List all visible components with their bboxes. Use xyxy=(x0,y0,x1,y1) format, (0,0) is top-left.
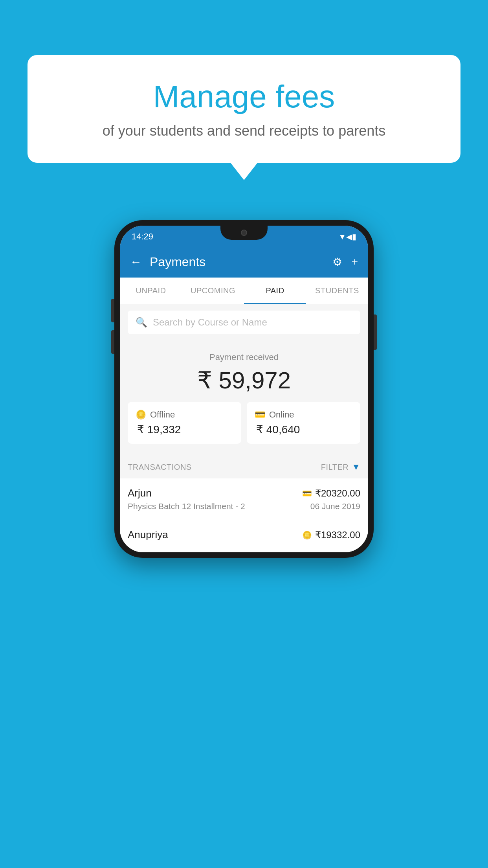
online-label: Online xyxy=(269,410,294,420)
offline-label: Offline xyxy=(150,410,175,420)
transaction-amount-container-2: 🪙 ₹19332.00 xyxy=(302,530,360,541)
offline-card: 🪙 Offline ₹ 19,332 xyxy=(128,402,241,444)
search-container: 🔍 Search by Course or Name xyxy=(120,304,368,340)
tab-paid[interactable]: PAID xyxy=(244,278,306,304)
transaction-name-2: Anupriya xyxy=(128,529,168,541)
bubble-title: Manage fees xyxy=(59,79,429,115)
offline-amount: ₹ 19,332 xyxy=(136,423,181,436)
online-card-header: 💳 Online xyxy=(255,410,294,420)
tab-unpaid[interactable]: UNPAID xyxy=(120,278,182,304)
power-button xyxy=(374,314,377,350)
transaction-amount-2: ₹19332.00 xyxy=(315,530,360,541)
search-icon: 🔍 xyxy=(136,317,147,328)
tabs-container: UNPAID UPCOMING PAID STUDENTS xyxy=(120,278,368,304)
volume-button-1 xyxy=(111,299,114,322)
transaction-course-1: Physics Batch 12 Installment - 2 xyxy=(128,502,245,511)
camera xyxy=(241,230,247,236)
filter-label: FILTER xyxy=(321,463,349,472)
header-title: Payments xyxy=(150,255,205,269)
transaction-top-1: Arjun 💳 ₹20320.00 xyxy=(128,487,360,499)
speech-bubble: Manage fees of your students and send re… xyxy=(28,55,460,163)
online-amount: ₹ 40,640 xyxy=(255,423,300,436)
back-button[interactable]: ← xyxy=(130,255,142,268)
payment-cards: 🪙 Offline ₹ 19,332 💳 Online ₹ 40,640 xyxy=(128,402,360,444)
bubble-subtitle: of your students and send receipts to pa… xyxy=(59,123,429,139)
tab-students[interactable]: STUDENTS xyxy=(306,278,368,304)
payment-received-section: Payment received ₹ 59,972 🪙 Offline ₹ 19… xyxy=(120,340,368,456)
transaction-top-2: Anupriya 🪙 ₹19332.00 xyxy=(128,529,360,541)
offline-icon: 🪙 xyxy=(136,410,146,420)
settings-icon[interactable]: ⚙ xyxy=(332,256,342,268)
transaction-amount-1: ₹20320.00 xyxy=(315,488,360,499)
payment-label: Payment received xyxy=(128,352,360,362)
status-time: 14:29 xyxy=(132,232,153,242)
status-icons: ▼◀▮ xyxy=(338,232,356,241)
search-bar[interactable]: 🔍 Search by Course or Name xyxy=(128,311,360,334)
tab-upcoming[interactable]: UPCOMING xyxy=(182,278,244,304)
wifi-icon: ▼◀▮ xyxy=(338,232,356,241)
phone-outer: 14:29 ▼◀▮ ← Payments ⚙ + UNPAID UPCO xyxy=(114,220,374,558)
volume-button-2 xyxy=(111,330,114,354)
filter-icon: ▼ xyxy=(352,462,360,472)
filter-container[interactable]: FILTER ▼ xyxy=(321,462,360,472)
phone-mockup: 14:29 ▼◀▮ ← Payments ⚙ + UNPAID UPCO xyxy=(114,220,374,558)
transaction-row[interactable]: Arjun 💳 ₹20320.00 Physics Batch 12 Insta… xyxy=(120,478,368,520)
speech-bubble-container: Manage fees of your students and send re… xyxy=(28,55,460,163)
header-left: ← Payments xyxy=(130,255,205,269)
transactions-label: TRANSACTIONS xyxy=(128,463,192,472)
header-right: ⚙ + xyxy=(332,256,358,268)
phone-screen: 14:29 ▼◀▮ ← Payments ⚙ + UNPAID UPCO xyxy=(120,226,368,552)
online-card: 💳 Online ₹ 40,640 xyxy=(247,402,360,444)
app-header: ← Payments ⚙ + xyxy=(120,246,368,278)
transaction-bottom-1: Physics Batch 12 Installment - 2 06 June… xyxy=(128,502,360,511)
transactions-header: TRANSACTIONS FILTER ▼ xyxy=(120,456,368,478)
add-icon[interactable]: + xyxy=(352,256,358,268)
transaction-row-2[interactable]: Anupriya 🪙 ₹19332.00 xyxy=(120,520,368,552)
transaction-date-1: 06 June 2019 xyxy=(310,502,360,511)
transaction-amount-container-1: 💳 ₹20320.00 xyxy=(302,488,360,499)
online-payment-icon-1: 💳 xyxy=(302,489,312,498)
offline-card-header: 🪙 Offline xyxy=(136,410,175,420)
online-icon: 💳 xyxy=(255,410,265,420)
phone-notch xyxy=(220,226,268,240)
payment-total-amount: ₹ 59,972 xyxy=(128,366,360,394)
transaction-name-1: Arjun xyxy=(128,487,152,499)
search-placeholder: Search by Course or Name xyxy=(153,317,267,328)
offline-payment-icon-2: 🪙 xyxy=(302,530,312,540)
